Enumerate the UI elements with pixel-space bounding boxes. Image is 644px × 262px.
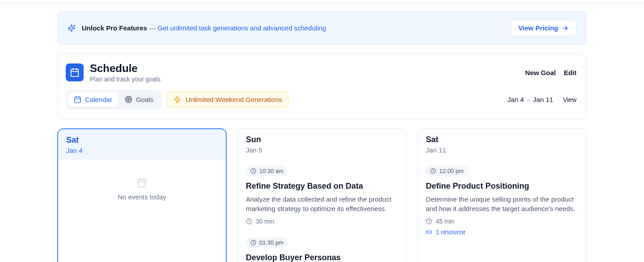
svg-rect-5 — [138, 180, 146, 187]
day-name: Sat — [426, 135, 578, 144]
event-title: Define Product Positioning — [426, 182, 578, 191]
banner-description: Get unlimited task generations and advan… — [157, 24, 326, 32]
event-meta: 30 min — [246, 218, 398, 225]
zap-icon — [174, 96, 181, 103]
sparkles-icon — [68, 24, 76, 32]
calendar-icon — [66, 178, 218, 188]
banner-title: Unlock Pro Features — [82, 24, 147, 32]
event-resources-label: 1 resource — [436, 228, 465, 236]
promo-label: Unlimited Weekend Generations — [186, 96, 282, 103]
view-pricing-button[interactable]: View Pricing — [511, 20, 576, 36]
days-row: Sat Jan 4 No events today Sun Jan 5 — [57, 128, 587, 262]
event[interactable]: 12:00 pm Define Product Positioning Dete… — [418, 160, 586, 242]
event-description: Analyze the data collected and refine th… — [246, 194, 398, 213]
date-range-start: Jan 4 — [508, 96, 524, 103]
calendar-icon — [74, 96, 81, 103]
tab-goals[interactable]: Goals — [119, 92, 159, 107]
pro-banner: Unlock Pro Features — Get unlimited task… — [57, 11, 587, 45]
tab-group: Calendar Goals — [66, 90, 161, 109]
no-events-label: No events today — [66, 193, 218, 201]
event-title: Develop Buyer Personas — [246, 253, 398, 262]
new-goal-button[interactable]: New Goal — [525, 69, 555, 76]
schedule-title: Schedule — [90, 62, 161, 75]
clock-icon — [250, 240, 256, 245]
svg-rect-1 — [75, 97, 80, 103]
event-description: Determine the unique selling points of t… — [426, 194, 578, 213]
day-card[interactable]: Sat Jan 4 No events today — [57, 128, 227, 262]
calendar-icon-box — [66, 63, 84, 81]
tabs-right: Jan 4–Jan 11 View — [508, 96, 576, 103]
day-card[interactable]: Sat Jan 11 12:00 pm Define Product Posit… — [417, 128, 587, 262]
event-meta: 45 min 1 resource — [426, 218, 578, 236]
event-time: 10:30 am — [259, 168, 284, 174]
day-head: Sat Jan 11 — [418, 129, 586, 159]
event-resources[interactable]: 1 resource — [426, 228, 578, 236]
event-time: 01:30 pm — [259, 239, 284, 246]
edit-button[interactable]: Edit — [564, 69, 576, 76]
schedule-header: Schedule Plan and track your goals New G… — [66, 62, 576, 83]
svg-point-3 — [127, 97, 131, 101]
day-date: Jan 11 — [426, 146, 578, 154]
event-time: 12:00 pm — [439, 168, 463, 174]
view-button[interactable]: View — [563, 96, 576, 103]
day-head: Sun Jan 5 — [238, 129, 407, 159]
date-range-dash: – — [527, 96, 530, 103]
event-duration: 30 min — [246, 218, 398, 225]
tab-calendar-label: Calendar — [85, 96, 112, 103]
event-time-pill: 10:30 am — [246, 166, 288, 176]
tab-goals-label: Goals — [136, 96, 153, 103]
day-date: Jan 4 — [66, 147, 218, 154]
tabs-left: Calendar Goals Unlimited Weekend Generat… — [66, 90, 289, 109]
event-duration-label: 45 min — [436, 218, 454, 225]
tabs-row: Calendar Goals Unlimited Weekend Generat… — [66, 90, 576, 109]
event[interactable]: 01:30 pm Develop Buyer Personas Create d… — [238, 231, 407, 262]
day-name: Sat — [66, 135, 218, 145]
event[interactable]: 10:30 am Refine Strategy Based on Data A… — [238, 160, 407, 231]
banner-separator: — — [147, 24, 157, 32]
tab-calendar[interactable]: Calendar — [68, 92, 118, 107]
date-range: Jan 4–Jan 11 — [508, 96, 553, 103]
clock-icon — [250, 168, 256, 174]
date-range-end: Jan 11 — [533, 96, 553, 103]
day-name: Sun — [246, 135, 398, 144]
event-time-pill: 01:30 pm — [246, 237, 288, 248]
day-card[interactable]: Sun Jan 5 10:30 am Refine Strategy Based… — [237, 128, 407, 262]
day-body: No events today — [58, 160, 226, 219]
view-pricing-label: View Pricing — [518, 24, 558, 32]
event-duration: 45 min — [426, 218, 578, 225]
event-title: Refine Strategy Based on Data — [246, 182, 398, 191]
event-time-pill: 12:00 pm — [426, 166, 468, 176]
arrow-right-icon — [562, 25, 569, 32]
day-body: 12:00 pm Define Product Positioning Dete… — [418, 159, 586, 242]
day-body: 10:30 am Refine Strategy Based on Data A… — [238, 159, 407, 262]
schedule-subtitle: Plan and track your goals — [90, 76, 161, 83]
no-events: No events today — [58, 160, 226, 219]
clock-icon — [426, 218, 432, 224]
day-head: Sat Jan 4 — [58, 129, 226, 160]
link-icon — [426, 229, 432, 235]
target-icon — [125, 96, 132, 103]
banner-text: Unlock Pro Features — Get unlimited task… — [82, 24, 326, 32]
svg-point-4 — [128, 99, 129, 100]
clock-icon — [430, 168, 436, 174]
schedule-header-left: Schedule Plan and track your goals — [66, 62, 161, 83]
schedule-card: Schedule Plan and track your goals New G… — [57, 54, 587, 119]
event-duration-label: 30 min — [256, 218, 275, 225]
day-date: Jan 5 — [246, 146, 398, 154]
promo-pill[interactable]: Unlimited Weekend Generations — [167, 91, 289, 108]
svg-rect-0 — [71, 69, 79, 77]
schedule-header-right: New Goal Edit — [525, 69, 576, 76]
clock-icon — [246, 218, 252, 224]
banner-left: Unlock Pro Features — Get unlimited task… — [68, 24, 326, 32]
